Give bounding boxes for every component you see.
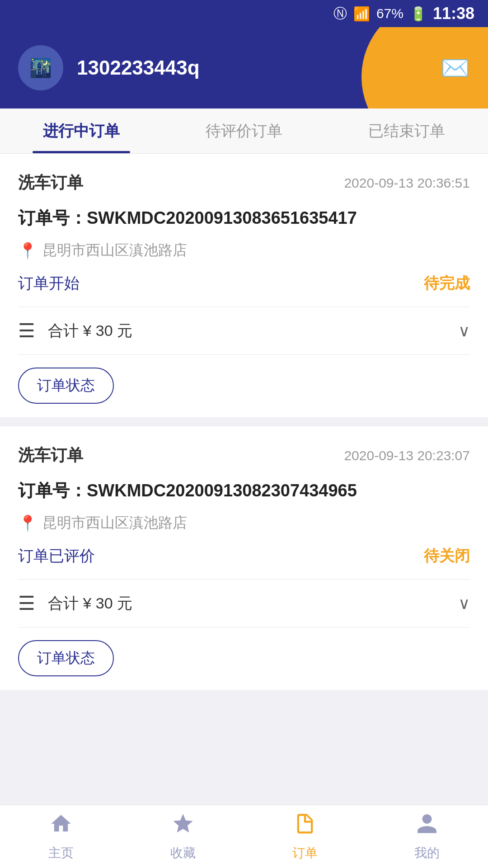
home-icon (49, 812, 73, 841)
order-type-2: 洗车订单 (18, 444, 83, 467)
location-text-2: 昆明市西山区滇池路店 (42, 513, 187, 533)
location-text-1: 昆明市西山区滇池路店 (42, 241, 187, 260)
tab-pending-review[interactable]: 待评价订单 (163, 108, 325, 153)
nav-profile-label: 我的 (414, 844, 440, 862)
tab-active-orders[interactable]: 进行中订单 (0, 108, 163, 153)
nav-favorites-label: 收藏 (170, 844, 196, 862)
avatar-emoji: 🌃 (29, 57, 52, 79)
orders-icon (293, 812, 317, 841)
nav-favorites[interactable]: 收藏 (122, 812, 244, 862)
wifi-icon: 📶 (353, 6, 370, 22)
location-icon-1: 📍 (18, 241, 37, 259)
mail-icon[interactable]: ✉️ (441, 54, 470, 82)
chevron-down-icon-2: ∨ (458, 594, 470, 613)
order-header-2: 洗车订单 2020-09-13 20:23:07 (18, 444, 470, 467)
order-type-1: 洗车订单 (18, 172, 83, 194)
header: 🌃 1302233443q ✉️ (0, 27, 488, 108)
status-left-1: 订单开始 (18, 273, 80, 294)
order-date-1: 2020-09-13 20:36:51 (344, 175, 470, 191)
list-icon-2: ☰ (18, 592, 35, 614)
list-icon-1: ☰ (18, 320, 35, 342)
order-status-row-2: 订单已评价 待关闭 (18, 546, 470, 580)
username: 1302233443q (77, 57, 441, 79)
order-date-2: 2020-09-13 20:23:07 (344, 448, 470, 463)
tab-closed-orders[interactable]: 已结束订单 (325, 108, 488, 153)
avatar: 🌃 (18, 45, 63, 90)
nfc-icon: Ⓝ (333, 5, 347, 23)
status-right-2: 待关闭 (424, 546, 470, 566)
order-card-1: 洗车订单 2020-09-13 20:36:51 订单号：SWKMDC20200… (0, 154, 488, 417)
order-card-2: 洗车订单 2020-09-13 20:23:07 订单号：SWKMDC20200… (0, 426, 488, 690)
order-header-1: 洗车订单 2020-09-13 20:36:51 (18, 172, 470, 194)
nav-profile[interactable]: 我的 (366, 812, 488, 862)
star-icon (171, 812, 195, 841)
order-summary-2[interactable]: ☰ 合计 ¥ 30 元 ∨ (18, 580, 470, 627)
status-right-1: 待完成 (424, 273, 470, 294)
order-actions-1: 订单状态 (18, 355, 470, 404)
location-icon-2: 📍 (18, 514, 37, 532)
chevron-down-icon-1: ∨ (458, 321, 470, 340)
profile-icon (415, 812, 439, 841)
order-summary-1[interactable]: ☰ 合计 ¥ 30 元 ∨ (18, 307, 470, 355)
status-icons: Ⓝ 📶 67% 🔋 11:38 (333, 4, 474, 23)
order-status-row-1: 订单开始 待完成 (18, 273, 470, 307)
battery-level: 67% (376, 6, 404, 21)
nav-orders-label: 订单 (292, 844, 318, 862)
clock: 11:38 (433, 4, 474, 23)
order-status-button-2[interactable]: 订单状态 (18, 640, 114, 676)
order-total-1: 合计 ¥ 30 元 (48, 321, 458, 341)
order-location-1: 📍 昆明市西山区滇池路店 (18, 241, 470, 260)
orders-list: 洗车订单 2020-09-13 20:36:51 订单号：SWKMDC20200… (0, 154, 488, 690)
battery-icon: 🔋 (410, 6, 427, 22)
order-tabs: 进行中订单 待评价订单 已结束订单 (0, 108, 488, 154)
nav-home[interactable]: 主页 (0, 812, 122, 862)
order-location-2: 📍 昆明市西山区滇池路店 (18, 513, 470, 533)
order-number-2: 订单号：SWKMDC20200913082307434965 (18, 479, 470, 502)
status-bar: Ⓝ 📶 67% 🔋 11:38 (0, 0, 488, 27)
status-left-2: 订单已评价 (18, 546, 95, 566)
order-number-1: 订单号：SWKMDC20200913083651635417 (18, 207, 470, 230)
order-actions-2: 订单状态 (18, 627, 470, 676)
nav-home-label: 主页 (48, 844, 74, 862)
bottom-nav: 主页 收藏 订单 我的 (0, 805, 488, 868)
order-total-2: 合计 ¥ 30 元 (48, 593, 458, 614)
nav-orders[interactable]: 订单 (244, 812, 366, 862)
order-status-button-1[interactable]: 订单状态 (18, 368, 114, 404)
